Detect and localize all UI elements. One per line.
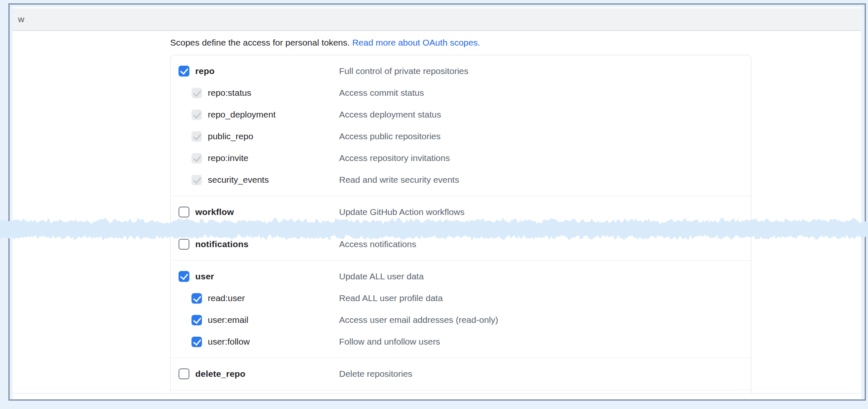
scope-label: repo:status [208,88,251,98]
scope-group-repo: repo Full control of private repositorie… [171,55,751,196]
scopes-section: Scopes define the access for personal to… [13,32,861,393]
content-bottom-divider [13,393,861,394]
scope-row-public-repo: public_repo Access public repositories [171,125,751,147]
scope-label[interactable]: notifications [195,239,248,249]
scope-row-user-follow: user:follow Follow and unfollow users [171,331,751,353]
scope-label[interactable]: user:follow [208,337,250,347]
workflow-checkbox[interactable] [179,207,189,217]
page-content: Scopes define the access for personal to… [13,7,861,399]
scope-label[interactable]: delete_repo [195,369,245,379]
scope-description: Access notifications [339,239,751,249]
scope-row-repo-invite: repo:invite Access repository invitation… [171,147,751,169]
scope-label[interactable]: workflow [195,207,234,217]
scope-description: Delete repositories [339,369,751,379]
notifications-checkbox[interactable] [179,239,189,250]
scope-group-workflow: workflow Update GitHub Action workflows [171,196,751,228]
scope-description: Access user email addresses (read-only) [339,315,751,325]
scope-row-read-user: read:user Read ALL user profile data [171,287,751,309]
scope-row-delete-repo: delete_repo Delete repositories [171,363,751,385]
repo-deployment-checkbox [191,110,202,120]
scope-description: Follow and unfollow users [339,337,751,347]
scope-description: Update ALL user data [339,271,751,281]
public-repo-checkbox [191,131,202,142]
scope-label: repo_deployment [208,110,276,120]
scope-description: Full control of private repositories [339,66,751,76]
security-events-checkbox [191,175,202,185]
user-follow-checkbox[interactable] [191,337,202,347]
scope-label[interactable]: user:email [208,315,248,325]
oauth-scopes-link[interactable]: Read more about OAuth scopes. [352,38,480,47]
repo-checkbox[interactable] [179,66,189,77]
screenshot-window: Scopes define the access for personal to… [8,3,866,401]
scope-label[interactable]: read:user [208,293,245,303]
scope-description: Read and write security events [339,175,751,185]
scope-label[interactable]: repo [195,66,214,76]
scope-description: Update GitHub Action workflows [339,207,751,217]
scope-description: Access repository invitations [339,153,751,163]
scope-group-delete-repo: delete_repo Delete repositories [171,358,751,390]
scope-label: security_events [208,175,269,185]
scope-description: Access commit status [339,88,751,98]
scope-row-user-email: user:email Access user email addresses (… [171,309,751,331]
scope-row-notifications: notifications Access notifications [171,233,751,255]
user-checkbox[interactable] [179,271,189,282]
scope-label: public_repo [208,131,253,141]
scope-group-cutoff [171,390,751,393]
note-input[interactable] [13,8,861,31]
scope-group-notifications: notifications Access notifications [171,228,751,260]
scope-row-workflow: workflow Update GitHub Action workflows [171,201,751,223]
scope-row-security-events: security_events Read and write security … [171,169,751,191]
scope-description: Read ALL user profile data [339,293,751,303]
scope-label: repo:invite [208,153,248,163]
scope-row-repo: repo Full control of private repositorie… [171,60,751,82]
scope-group-user: user Update ALL user data read:user Read… [171,260,751,358]
scope-description: Access deployment status [339,110,751,120]
scope-label[interactable]: user [195,271,214,281]
scope-row-repo-deployment: repo_deployment Access deployment status [171,104,751,125]
scopes-intro: Scopes define the access for personal to… [170,37,751,48]
user-email-checkbox[interactable] [191,315,202,325]
scope-row-user: user Update ALL user data [171,266,751,287]
scopes-intro-text: Scopes define the access for personal to… [170,38,352,47]
scopes-list: repo Full control of private repositorie… [170,55,751,393]
delete-repo-checkbox[interactable] [179,368,189,379]
read-user-checkbox[interactable] [191,293,202,304]
scope-row-repo-status: repo:status Access commit status [171,82,751,104]
scope-description: Access public repositories [339,131,751,141]
repo-status-checkbox [191,88,202,98]
repo-invite-checkbox [191,153,202,164]
